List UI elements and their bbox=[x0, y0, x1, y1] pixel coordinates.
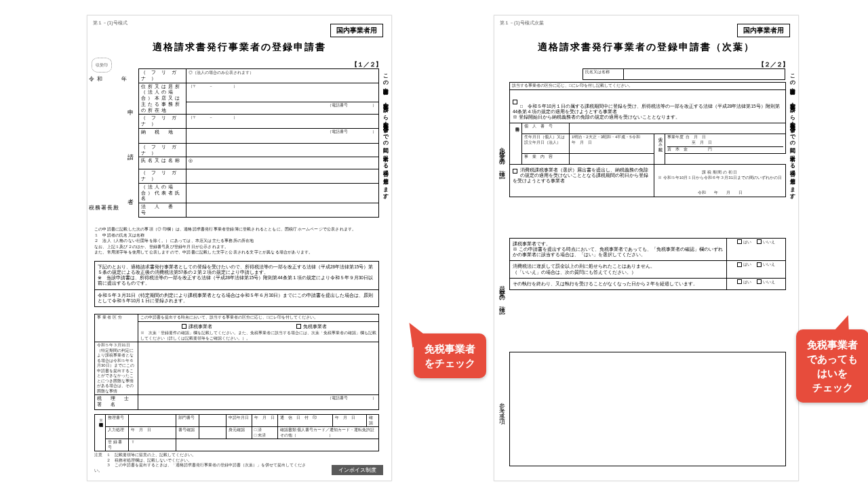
y2-hai-checkbox[interactable] bbox=[737, 262, 742, 267]
sinsei-label: 申請年月日 bbox=[226, 415, 252, 427]
taxoffice-vlabel: ※税務署処理欄 bbox=[95, 415, 106, 451]
form-page-1: 第１－(1)号様式 国内事業者用 適格請求書発行事業者の登録申請書 【１／２】 … bbox=[87, 15, 392, 481]
youken-3-answer: はい いいえ bbox=[727, 278, 786, 289]
furigana-label-1: （ フ リ ガ ナ ） bbox=[139, 69, 186, 83]
shorui-field: 確認書類 個人番号カード／通知カード・運転免許証 その他（ ） bbox=[277, 427, 378, 439]
youken-1-answer: はい いいえ bbox=[727, 239, 786, 261]
youken-3: その執行を終わり、又は執行を受けることがなくなった日から２年を経過しています。 bbox=[510, 278, 727, 289]
footnotes: 注意 １ 記載要領等に留意の上、記載してください。 ２ 税務署処理欄は、記載しな… bbox=[94, 453, 311, 474]
reason-head: 令和５年３月31日（特定期間の判定により課税事業者となる場合は令和５年６月30日… bbox=[95, 342, 138, 395]
touroku-label: 登 録 番 号 bbox=[106, 439, 129, 451]
zeirishi-tel: （電話番号 ） bbox=[138, 395, 379, 410]
applicant-vertical-label: 申 請 者 bbox=[125, 80, 135, 222]
bangou-kakunin-label: 番号確認 bbox=[176, 427, 199, 439]
side-note-1: この申請書は、令和三年十月一日から令和五年九月三十日までの間に提出する場合に使用… bbox=[379, 70, 389, 361]
kojin-label: 個 人 番 号 bbox=[522, 123, 570, 134]
domestic-tag-1: 国内事業者用 bbox=[330, 24, 383, 37]
callout-hai-check: 免税事業者 であっても はいを チェック bbox=[796, 329, 868, 403]
youken-vlabel: 登録要件の確認 bbox=[497, 239, 507, 348]
kubun-head: この申請書を提出する時点において、該当する事業者の区分に応じ、□にレ印を付してく… bbox=[138, 314, 379, 322]
callout2-line3: はいを bbox=[817, 367, 848, 379]
side-note-2: この申請書は、令和三年十月一日から令和五年九月三十日までの間に提出する場合に使用… bbox=[786, 70, 795, 361]
corpnum-field bbox=[186, 203, 379, 218]
kakunin-label: 確認 bbox=[367, 415, 379, 427]
menzei-vlabel: 免税事業者の確認 bbox=[497, 83, 507, 229]
kazei-checkbox[interactable] bbox=[182, 324, 186, 329]
domestic-tag-2: 国内事業者用 bbox=[737, 24, 790, 37]
youken-2: 消費税法に違反して罰金以上の刑に処せられたことはありません。 （「いいえ」の場合… bbox=[510, 261, 727, 278]
y1-iie-checkbox[interactable] bbox=[757, 239, 762, 244]
disclosure-notes: この申請書に記載した次の事項（◎ 印欄）は、適格請求書発行事業者登録簿に登載され… bbox=[94, 226, 379, 256]
y2-iie-checkbox[interactable] bbox=[757, 262, 762, 267]
nouzeichi-label: 納 税 地 bbox=[139, 128, 186, 143]
form-title-2: 適格請求書発行事業者の登録申請書（次葉） bbox=[494, 41, 798, 54]
menzei-block2: 消費税課税事業者（選択）届出書を提出し、納税義務の免除の規定の適用を受けないこと… bbox=[510, 164, 654, 197]
form-page-2: 第１－(1)号様式次葉 国内事業者用 適格請求書発行事業者の登録申請書（次葉） … bbox=[494, 15, 799, 481]
youken-1: 課税事業者です。 ※ この申請書を提出する時点において、免税事業者であっても、「… bbox=[510, 239, 727, 261]
mimoto-label: 身元確認 bbox=[226, 427, 252, 439]
jigyou-vlabel: 事業内容等 bbox=[510, 123, 522, 165]
menzei-option2-checkbox[interactable] bbox=[513, 169, 517, 174]
kubun-choices: 課税事業者 免税事業者 ※ 次葉「登録要件の確認」欄を記載してください。また、免… bbox=[138, 321, 379, 342]
seiri-label: 整理番号 bbox=[106, 415, 129, 427]
corpnum-label: 法 人 番 号 bbox=[139, 203, 186, 218]
furigana-label-2: （ フ リ ガ ナ ） bbox=[139, 115, 186, 129]
furigana-field-1: ◎（法人の場合のみ公表されます） bbox=[186, 69, 379, 83]
menzei-block1: □ 令和５年10月１日の属する課税期間中に登録を受け、所得税法等の一部を改正する… bbox=[510, 89, 786, 123]
y3-iie-checkbox[interactable] bbox=[757, 279, 762, 284]
kubun-label: 事 業 者 区 分 bbox=[95, 314, 138, 342]
nyuuroku-label: 入力処理 bbox=[106, 427, 129, 439]
bumon-label: 部門番号 bbox=[176, 415, 199, 427]
name-field: ◎ bbox=[186, 157, 379, 169]
receipt-stamp: 収受印 bbox=[92, 58, 112, 73]
youken-2-answer: はい いいえ bbox=[727, 261, 786, 278]
form-title-1: 適格請求書発行事業者の登録申請書 bbox=[87, 41, 391, 54]
jigyou-naiyou-label: 事 業 内 容 bbox=[522, 153, 570, 164]
rep-label: （法人の場合）代表者氏名 bbox=[139, 183, 186, 203]
tax-office-addressee: 税務署長殿 bbox=[89, 204, 119, 211]
invoice-badge: インボイス制度 bbox=[332, 465, 383, 475]
y1-hai-checkbox[interactable] bbox=[737, 239, 742, 244]
body-text-2: 令和５年３月31日（特定期間の判定により課税事業者となる場合は令和５年６月30日… bbox=[95, 289, 379, 306]
callout2-line2: であっても bbox=[807, 353, 858, 365]
address-label: 住所又は居所（法人の場合）本店又は主たる事務所の所在地 bbox=[139, 83, 186, 115]
y3-hai-checkbox[interactable] bbox=[737, 279, 742, 284]
furigana-label-4: （ フ リ ガ ナ ） bbox=[139, 169, 186, 184]
zeirishi-label: 税 理 士 署 名 bbox=[95, 395, 138, 410]
body-text-1: 下記のとおり、適格請求書発行事業者としての登録を受けたいので、所得税法等の一部を… bbox=[95, 262, 379, 290]
callout2-line4: チェック bbox=[812, 382, 853, 393]
callout-menzei-check: 免税事業者 をチェック bbox=[414, 333, 486, 378]
tsuushin-label: 通 信 日 付 印 bbox=[277, 415, 333, 427]
name-label-2: 氏名又は名称 bbox=[583, 69, 624, 80]
nouzeichi-zip: （〒 － ） bbox=[186, 115, 379, 129]
birth-label: 生年月日（個人）又は設立年月日（法人） bbox=[522, 134, 570, 154]
nouzeichi-tel: （電話番号 ） bbox=[186, 128, 379, 143]
form-code-1: 第１－(1)号様式 bbox=[93, 20, 127, 26]
touroku-t: Ｔ bbox=[129, 439, 176, 451]
address-zip: （〒 － ） bbox=[186, 83, 379, 102]
form-code-2: 第１－(1)号様式次葉 bbox=[500, 20, 544, 26]
sankou-field bbox=[510, 352, 786, 466]
callout2-line1: 免税事業者 bbox=[807, 339, 858, 350]
sankou-vlabel: 参考事項 bbox=[497, 354, 507, 463]
reason-field bbox=[138, 342, 379, 395]
menzei-option1-checkbox[interactable] bbox=[513, 100, 517, 104]
name-label: 氏名又は名称 bbox=[139, 157, 186, 169]
address-tel: （電話番号 ） bbox=[186, 102, 379, 115]
menzei-checkbox[interactable] bbox=[296, 324, 301, 329]
sumi-field: □ 済 □ 未済 bbox=[252, 427, 277, 439]
furigana-label-3: （ フ リ ガ ナ ） bbox=[139, 143, 186, 157]
callout1-line1: 免税事業者 bbox=[425, 343, 475, 354]
kubun-note-2: 該当する事業者の区分に応じ、□にレ印を付し記載してください。 bbox=[510, 83, 786, 90]
callout1-line2: をチェック bbox=[425, 357, 475, 369]
